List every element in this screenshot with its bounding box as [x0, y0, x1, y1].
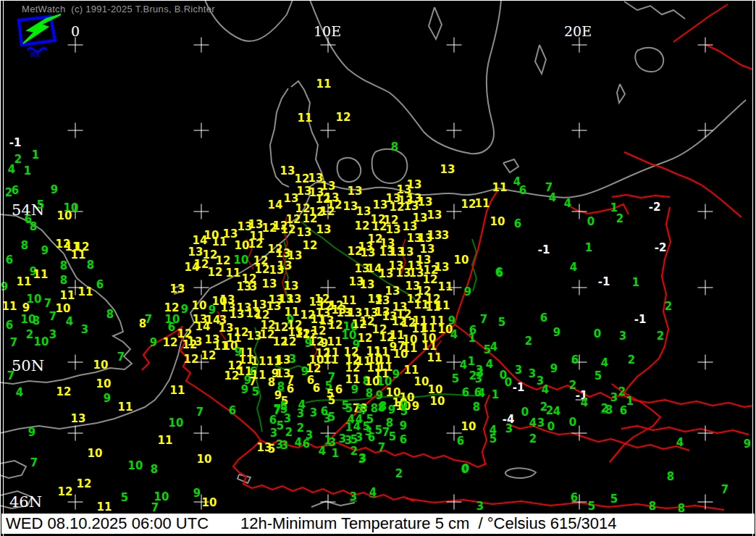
station-value: 13: [404, 201, 419, 212]
station-value: 5: [280, 401, 287, 412]
station-value: 3: [365, 427, 372, 437]
copyright-text: MetWatch (c) 1991-2025 T.Bruns, B.Richte…: [22, 4, 215, 14]
station-value: 5: [389, 432, 396, 443]
station-value: 5: [452, 374, 459, 385]
station-value: 1: [24, 166, 31, 177]
station-value: 6: [12, 185, 19, 196]
station-value: 9: [241, 385, 248, 395]
station-value: 3: [610, 393, 618, 403]
station-value: 4: [601, 358, 608, 369]
station-value: 6: [269, 415, 277, 426]
station-value: 4: [8, 164, 15, 175]
station-value: 5: [610, 494, 618, 505]
station-value: 3: [476, 501, 484, 512]
station-value: 13: [361, 248, 376, 259]
station-value: 3: [350, 492, 357, 503]
graticule-cross: [321, 123, 336, 138]
station-value: 8: [30, 222, 37, 233]
station-value: 11: [60, 290, 75, 301]
window-frame-left-outer: [0, 0, 1, 536]
station-value: 11: [298, 113, 313, 124]
station-value: 13: [230, 309, 245, 320]
graticule-cross: [321, 495, 336, 510]
station-value: 9: [412, 401, 419, 412]
station-value: 14: [193, 235, 208, 246]
station-value: 12: [303, 240, 318, 251]
station-value: 13: [418, 197, 433, 208]
station-value: 12: [208, 267, 223, 278]
station-value: 12: [282, 337, 297, 348]
station-value: 12: [194, 259, 209, 270]
station-value: 13: [427, 230, 442, 241]
graticule-cross: [194, 38, 209, 53]
station-value: 13: [379, 269, 394, 280]
station-value: 6: [303, 439, 310, 450]
station-value: 4: [529, 418, 537, 429]
graticule-cross: [572, 280, 587, 296]
station-value: 12: [184, 354, 199, 365]
station-value: 6: [462, 388, 469, 398]
station-value: 11: [316, 79, 332, 90]
station-value: 4: [564, 198, 571, 209]
station-value: 7: [378, 443, 385, 453]
map-canvas[interactable]: WX MetWatch (c) 1991-2025 T.Bruns, B.Ric…: [0, 0, 756, 514]
station-value: 12: [216, 256, 231, 267]
station-value: 1: [32, 150, 39, 161]
station-value: 8: [391, 142, 398, 153]
station-value: 2: [616, 214, 623, 225]
station-value: 6: [571, 355, 579, 366]
station-value: 0: [461, 464, 469, 475]
station-value: 9: [41, 246, 49, 256]
station-value: 4: [450, 330, 458, 340]
station-value: 5: [121, 493, 128, 503]
station-value: 11: [404, 365, 419, 376]
station-value: 12: [336, 112, 351, 123]
station-value: 8: [106, 309, 114, 320]
graticule-cross: [447, 38, 462, 53]
station-value: 2: [657, 331, 664, 342]
station-value: 9: [150, 338, 157, 348]
station-value: 3: [250, 282, 257, 293]
station-value: 13: [440, 164, 455, 175]
station-value: 8: [379, 401, 387, 412]
graticule-cross: [68, 355, 83, 370]
station-value: 9: [464, 287, 471, 298]
station-value: 10: [490, 217, 505, 227]
station-value: 12: [301, 310, 316, 321]
station-value: 10: [234, 255, 249, 266]
station-value: 8: [649, 501, 656, 512]
station-value: 6: [229, 406, 236, 416]
station-value: 6: [620, 406, 627, 416]
station-value: 10: [202, 498, 217, 508]
station-value: 4: [369, 487, 377, 498]
station-value: 5: [37, 200, 44, 211]
station-value: 6: [540, 313, 547, 324]
station-value: 9: [193, 488, 201, 499]
station-value: 3: [297, 409, 304, 419]
station-value: 13: [386, 225, 401, 235]
station-value: 12: [274, 322, 289, 333]
station-value: 9: [181, 304, 188, 315]
station-value: 3: [310, 408, 317, 419]
station-value: 2: [618, 387, 626, 398]
station-value: -2: [655, 243, 667, 254]
station-value: 7: [30, 458, 38, 469]
station-value: 12: [56, 387, 72, 398]
station-value: 4: [486, 359, 493, 370]
station-value: 13: [170, 284, 185, 295]
graticule-cross: [698, 355, 713, 370]
station-value: 10: [461, 422, 476, 432]
station-value: 13: [434, 262, 450, 273]
station-value: 13: [409, 268, 424, 279]
station-value: 1: [345, 422, 353, 433]
station-value: 12: [423, 275, 438, 285]
station-value: 11: [475, 198, 490, 209]
graticule-cross: [698, 38, 713, 53]
station-value: 11: [342, 296, 357, 306]
station-value: 12: [248, 239, 264, 250]
station-value: 1: [469, 333, 476, 344]
station-value: 5: [277, 421, 284, 432]
station-value: 13: [188, 247, 203, 258]
station-value: 3: [537, 418, 545, 429]
station-value: 11: [2, 301, 17, 312]
